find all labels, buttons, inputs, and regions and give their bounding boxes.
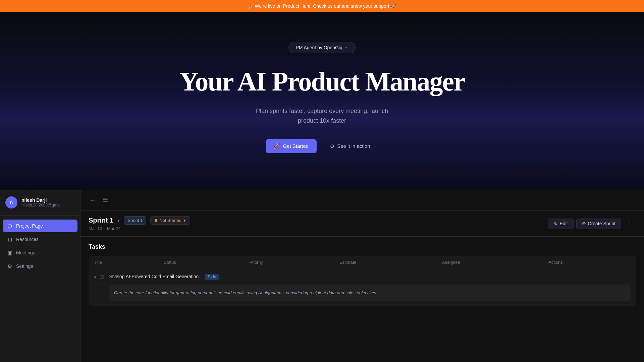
col-assignee: Assignee bbox=[437, 256, 543, 269]
hero-subtitle: Plan sprints faster, capture every meeti… bbox=[256, 106, 388, 126]
sprint-date: Mar 10 – Mar 24 bbox=[89, 226, 542, 231]
resources-icon: ⊡ bbox=[7, 236, 13, 242]
content-header: ← ☰ bbox=[80, 190, 644, 211]
banner-text: 🎉 We're live on Product Hunt! Check us o… bbox=[248, 3, 396, 9]
table-row: ▾ ☑ Develop AI-Powered Cold Email Genera… bbox=[89, 269, 636, 285]
edit-icon: ✎ bbox=[553, 221, 557, 226]
see-action-button[interactable]: ⊙ See it in action bbox=[322, 139, 378, 153]
col-title: Title bbox=[89, 256, 158, 269]
task-checkbox-icon[interactable]: ☑ bbox=[100, 275, 104, 280]
edit-button[interactable]: ✎ Edit bbox=[548, 218, 573, 229]
rocket-icon: 🚀 bbox=[274, 143, 280, 149]
badge-label: PM Agent by OpenGig → bbox=[296, 45, 348, 50]
main-content: ← ☰ Sprint 1 ▾ Sprint 1 Not Started ▾ Ma… bbox=[80, 190, 644, 362]
sprint-header: Sprint 1 ▾ Sprint 1 Not Started ▾ Mar 10… bbox=[80, 211, 644, 237]
user-name: nilesh Darji bbox=[21, 197, 75, 203]
sprint-title-area: Sprint 1 ▾ Sprint 1 Not Started ▾ Mar 10… bbox=[89, 216, 542, 231]
status-dot-icon bbox=[155, 219, 157, 222]
more-options-button[interactable]: ⋮ bbox=[624, 218, 636, 229]
sidebar-item-label: Settings bbox=[16, 263, 33, 269]
play-icon: ⊙ bbox=[330, 143, 334, 149]
avatar: n bbox=[5, 196, 17, 208]
sidebar-item-label: Resources bbox=[16, 237, 39, 242]
table-header-row: Title Status Priority Estimate Assignee … bbox=[89, 256, 636, 269]
subtitle-line2: product 10x faster bbox=[298, 117, 346, 124]
sprint-dropdown-icon[interactable]: ▾ bbox=[117, 218, 120, 223]
hero-buttons: 🚀 Get Started ⊙ See it in action bbox=[266, 139, 378, 153]
announcement-banner[interactable]: 🎉 We're live on Product Hunt! Check us o… bbox=[0, 0, 644, 12]
sidebar: n nilesh Darji nilesh.28.2003@gmai... ⬡ … bbox=[0, 190, 80, 362]
col-actions: Actions bbox=[543, 256, 636, 269]
sidebar-item-label: Project Page bbox=[16, 223, 43, 229]
user-profile[interactable]: n nilesh Darji nilesh.28.2003@gmai... bbox=[0, 190, 80, 216]
sidebar-item-settings[interactable]: ⚙ Settings bbox=[3, 260, 77, 273]
status-badge[interactable]: Not Started ▾ bbox=[150, 216, 190, 225]
sidebar-item-meetings[interactable]: ▣ Meetings bbox=[3, 246, 77, 259]
header-actions: ✎ Edit ⊕ Create Sprint ⋮ bbox=[548, 218, 636, 229]
sidebar-item-project-page[interactable]: ⬡ Project Page bbox=[3, 220, 77, 232]
task-title-text: Develop AI-Powered Cold Email Generation bbox=[107, 274, 199, 279]
meetings-icon: ▣ bbox=[7, 250, 13, 256]
col-priority: Priority bbox=[244, 256, 334, 269]
col-status: Status bbox=[158, 256, 244, 269]
sidebar-item-label: Meetings bbox=[16, 250, 35, 255]
tasks-title: Tasks bbox=[89, 243, 636, 250]
task-title-cell: ▾ ☑ Develop AI-Powered Cold Email Genera… bbox=[89, 269, 636, 285]
project-page-icon: ⬡ bbox=[7, 223, 13, 229]
task-title-wrapper: ▾ ☑ Develop AI-Powered Cold Email Genera… bbox=[94, 274, 631, 280]
task-description: Create the core functionality for genera… bbox=[109, 285, 631, 301]
create-sprint-button[interactable]: ⊕ Create Sprint bbox=[576, 218, 621, 229]
task-description-row: Create the core functionality for genera… bbox=[89, 285, 636, 306]
hero-section: PM Agent by OpenGig → Your AI Product Ma… bbox=[0, 12, 644, 190]
tasks-table: Title Status Priority Estimate Assignee … bbox=[89, 256, 636, 306]
menu-button[interactable]: ☰ bbox=[101, 195, 109, 205]
hero-title: Your AI Product Manager bbox=[179, 67, 465, 96]
sidebar-item-resources[interactable]: ⊡ Resources bbox=[3, 233, 77, 246]
task-todo-badge: Todo bbox=[205, 274, 219, 280]
back-button[interactable]: ← bbox=[89, 195, 97, 205]
expand-icon[interactable]: ▾ bbox=[94, 275, 96, 280]
col-estimate: Estimate bbox=[334, 256, 437, 269]
status-chevron-icon: ▾ bbox=[183, 218, 186, 223]
status-label: Not Started bbox=[159, 218, 181, 223]
sprint-name: Sprint 1 bbox=[89, 217, 113, 224]
get-started-button[interactable]: 🚀 Get Started bbox=[266, 139, 317, 153]
subtitle-line1: Plan sprints faster, capture every meeti… bbox=[256, 108, 388, 114]
pm-agent-badge[interactable]: PM Agent by OpenGig → bbox=[288, 42, 355, 53]
user-email: nilesh.28.2003@gmai... bbox=[21, 203, 75, 207]
plus-icon: ⊕ bbox=[582, 221, 586, 226]
nav-items: ⬡ Project Page ⊡ Resources ▣ Meetings ⚙ … bbox=[0, 216, 80, 362]
sprint-title-row: Sprint 1 ▾ Sprint 1 Not Started ▾ bbox=[89, 216, 542, 225]
app-section: n nilesh Darji nilesh.28.2003@gmai... ⬡ … bbox=[0, 190, 644, 362]
sprint-tag: Sprint 1 bbox=[124, 216, 146, 225]
task-description-cell: Create the core functionality for genera… bbox=[89, 285, 636, 306]
user-info: nilesh Darji nilesh.28.2003@gmai... bbox=[21, 197, 75, 207]
settings-icon: ⚙ bbox=[7, 263, 13, 269]
tasks-section: Tasks Title Status Priority Estimate Ass… bbox=[80, 237, 644, 362]
